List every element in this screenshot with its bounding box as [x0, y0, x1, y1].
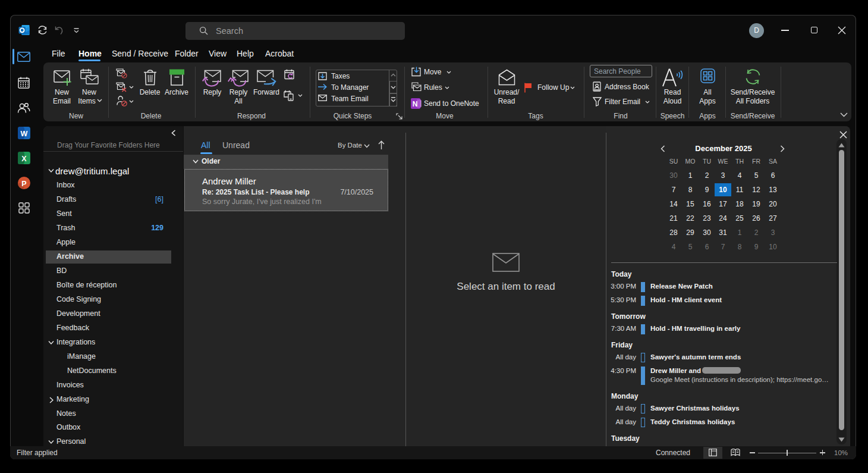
- svg-text:N: N: [413, 100, 418, 108]
